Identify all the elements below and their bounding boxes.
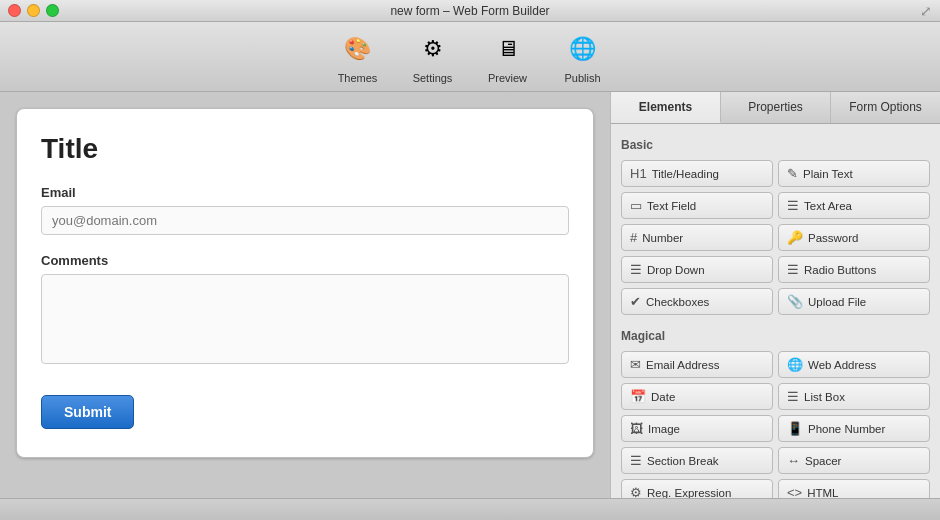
element-icon: ☰ xyxy=(630,453,642,468)
element-icon: 🔑 xyxy=(787,230,803,245)
window-title: new form – Web Form Builder xyxy=(390,4,549,18)
themes-button[interactable]: 🎨 Themes xyxy=(330,30,385,84)
element-icon: ✎ xyxy=(787,166,798,181)
element-btn-checkboxes[interactable]: ✔Checkboxes xyxy=(621,288,773,315)
preview-label: Preview xyxy=(488,72,527,84)
right-panel: Elements Properties Form Options Basic H… xyxy=(610,92,940,498)
element-icon: ↔ xyxy=(787,453,800,468)
element-btn-spacer[interactable]: ↔Spacer xyxy=(778,447,930,474)
element-label: Radio Buttons xyxy=(804,264,876,276)
resize-icon: ⤢ xyxy=(920,3,932,19)
panel-tabs: Elements Properties Form Options xyxy=(611,92,940,124)
minimize-button[interactable] xyxy=(27,4,40,17)
element-label: Password xyxy=(808,232,859,244)
preview-button[interactable]: 🖥 Preview xyxy=(480,30,535,84)
tab-properties[interactable]: Properties xyxy=(721,92,831,123)
element-btn-drop-down[interactable]: ☰Drop Down xyxy=(621,256,773,283)
basic-section-label: Basic xyxy=(621,138,930,152)
main-content: Title Email Comments Submit Elements Pro… xyxy=(0,92,940,498)
comments-field-group: Comments xyxy=(41,253,569,367)
element-icon: ☰ xyxy=(787,262,799,277)
element-btn-list-box[interactable]: ☰List Box xyxy=(778,383,930,410)
toolbar: 🎨 Themes ⚙ Settings 🖥 Preview 🌐 Publish xyxy=(0,22,940,92)
element-label: HTML xyxy=(807,487,838,499)
titlebar: new form – Web Form Builder ⤢ xyxy=(0,0,940,22)
element-btn-upload-file[interactable]: 📎Upload File xyxy=(778,288,930,315)
element-btn-email-address[interactable]: ✉Email Address xyxy=(621,351,773,378)
element-btn-reg--expression[interactable]: ⚙Reg. Expression xyxy=(621,479,773,498)
email-input[interactable] xyxy=(41,206,569,235)
element-label: Date xyxy=(651,391,675,403)
element-label: Title/Heading xyxy=(652,168,719,180)
magical-section-label: Magical xyxy=(621,329,930,343)
form-paper: Title Email Comments Submit xyxy=(16,108,594,458)
element-icon: H1 xyxy=(630,166,647,181)
element-label: Number xyxy=(642,232,683,244)
themes-label: Themes xyxy=(338,72,378,84)
form-canvas: Title Email Comments Submit xyxy=(0,92,610,498)
element-icon: 🌐 xyxy=(787,357,803,372)
comments-label: Comments xyxy=(41,253,569,268)
element-label: Plain Text xyxy=(803,168,853,180)
element-label: Spacer xyxy=(805,455,841,467)
element-label: Text Area xyxy=(804,200,852,212)
element-btn-web-address[interactable]: 🌐Web Address xyxy=(778,351,930,378)
element-icon: <> xyxy=(787,485,802,498)
element-label: Upload File xyxy=(808,296,866,308)
element-label: Drop Down xyxy=(647,264,705,276)
element-btn-html[interactable]: <>HTML xyxy=(778,479,930,498)
element-btn-text-area[interactable]: ☰Text Area xyxy=(778,192,930,219)
element-icon: ☰ xyxy=(787,198,799,213)
element-label: Section Break xyxy=(647,455,719,467)
themes-icon: 🎨 xyxy=(339,30,377,68)
element-icon: 📱 xyxy=(787,421,803,436)
submit-button[interactable]: Submit xyxy=(41,395,134,429)
elements-panel: Basic H1Title/Heading✎Plain Text▭Text Fi… xyxy=(611,124,940,498)
window-controls xyxy=(8,4,59,17)
preview-icon: 🖥 xyxy=(489,30,527,68)
element-label: Phone Number xyxy=(808,423,885,435)
element-icon: ✔ xyxy=(630,294,641,309)
element-icon: ☰ xyxy=(630,262,642,277)
close-button[interactable] xyxy=(8,4,21,17)
element-label: List Box xyxy=(804,391,845,403)
element-icon: ☰ xyxy=(787,389,799,404)
element-btn-plain-text[interactable]: ✎Plain Text xyxy=(778,160,930,187)
element-btn-date[interactable]: 📅Date xyxy=(621,383,773,410)
publish-label: Publish xyxy=(564,72,600,84)
comments-input[interactable] xyxy=(41,274,569,364)
element-btn-section-break[interactable]: ☰Section Break xyxy=(621,447,773,474)
element-icon: 📎 xyxy=(787,294,803,309)
element-label: Email Address xyxy=(646,359,720,371)
element-icon: 📅 xyxy=(630,389,646,404)
element-label: Checkboxes xyxy=(646,296,709,308)
element-icon: ⚙ xyxy=(630,485,642,498)
magical-elements-grid: ✉Email Address🌐Web Address📅Date☰List Box… xyxy=(621,351,930,498)
element-btn-title-heading[interactable]: H1Title/Heading xyxy=(621,160,773,187)
maximize-button[interactable] xyxy=(46,4,59,17)
email-field-group: Email xyxy=(41,185,569,235)
element-icon: # xyxy=(630,230,637,245)
element-icon: 🖼 xyxy=(630,421,643,436)
settings-button[interactable]: ⚙ Settings xyxy=(405,30,460,84)
element-btn-radio-buttons[interactable]: ☰Radio Buttons xyxy=(778,256,930,283)
email-label: Email xyxy=(41,185,569,200)
statusbar xyxy=(0,498,940,520)
element-icon: ✉ xyxy=(630,357,641,372)
element-btn-phone-number[interactable]: 📱Phone Number xyxy=(778,415,930,442)
element-btn-image[interactable]: 🖼Image xyxy=(621,415,773,442)
element-btn-password[interactable]: 🔑Password xyxy=(778,224,930,251)
form-title: Title xyxy=(41,133,569,165)
publish-button[interactable]: 🌐 Publish xyxy=(555,30,610,84)
tab-elements[interactable]: Elements xyxy=(611,92,721,123)
element-label: Reg. Expression xyxy=(647,487,731,499)
element-btn-number[interactable]: #Number xyxy=(621,224,773,251)
publish-icon: 🌐 xyxy=(564,30,602,68)
element-btn-text-field[interactable]: ▭Text Field xyxy=(621,192,773,219)
basic-elements-grid: H1Title/Heading✎Plain Text▭Text Field☰Te… xyxy=(621,160,930,315)
settings-icon: ⚙ xyxy=(414,30,452,68)
settings-label: Settings xyxy=(413,72,453,84)
tab-form-options[interactable]: Form Options xyxy=(831,92,940,123)
element-icon: ▭ xyxy=(630,198,642,213)
element-label: Image xyxy=(648,423,680,435)
